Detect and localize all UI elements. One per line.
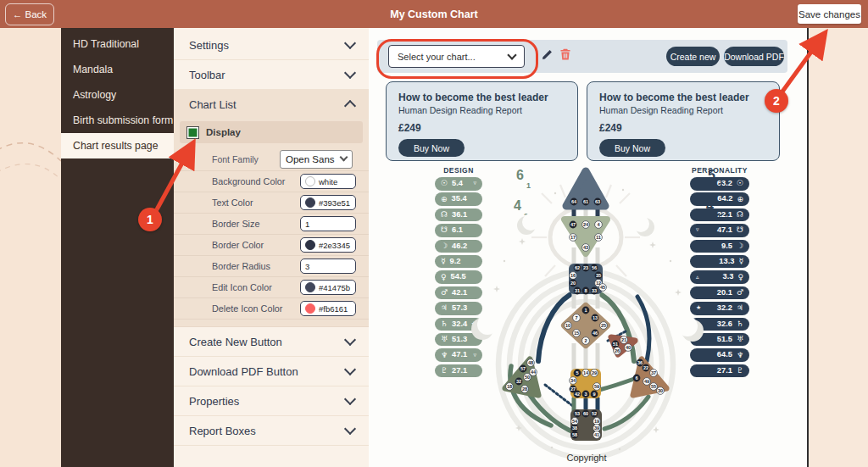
gate-number: 48 <box>528 360 533 365</box>
sidebar-item[interactable]: Birth submission form <box>61 108 174 133</box>
buy-now-button[interactable]: Buy Now <box>599 139 665 157</box>
color-swatch <box>305 303 315 314</box>
gate-number: 38 <box>572 425 577 431</box>
app-window: ← Back My Custom Chart Save changes HD T… <box>0 0 868 467</box>
display-label: Display <box>206 127 241 137</box>
gate-value: 32.6 <box>717 320 732 328</box>
gate-number: 47 <box>570 222 576 227</box>
field-input[interactable]: #2e3345 <box>300 237 356 253</box>
gate-value: 51.5 <box>717 336 732 343</box>
gate-value: 47.1 <box>452 351 467 359</box>
back-button[interactable]: ← Back <box>5 3 54 25</box>
field-value: #41475b <box>319 283 350 292</box>
buy-now-button[interactable]: Buy Now <box>398 139 465 157</box>
gate-number: 32 <box>516 379 521 384</box>
section-chart-list[interactable]: Chart List <box>174 90 369 120</box>
saturn-icon: ♄ <box>441 320 448 328</box>
field-input[interactable]: #393e51 <box>300 195 356 210</box>
gate-number: 61 <box>583 199 588 204</box>
gate-value: 20.1 <box>717 289 732 297</box>
delete-trash-icon[interactable] <box>559 47 572 61</box>
gate-number: 13 <box>593 315 598 320</box>
color-swatch <box>305 197 315 208</box>
gate-number: 59 <box>594 384 599 389</box>
field-row: Background Colorwhite <box>174 171 369 192</box>
south-node-icon: ☋ <box>441 226 448 234</box>
sidebar-item[interactable]: Astrology <box>61 82 174 108</box>
field-input[interactable]: 3 <box>300 259 356 274</box>
section-properties[interactable]: Properties <box>174 386 369 416</box>
field-value: white <box>319 177 337 186</box>
sun-icon: ☉ <box>737 180 743 187</box>
chart-select-dropdown[interactable]: Select your chart... <box>388 45 525 68</box>
gate-number: 56 <box>592 265 597 270</box>
field-row: Border Color#2e3345 <box>174 235 369 256</box>
field-label: Edit Icon Color <box>212 282 272 292</box>
gate-number: 3 <box>584 392 587 397</box>
gate-value: 27.1 <box>717 367 732 375</box>
gate-value: 27.1 <box>452 367 467 375</box>
gate-value: 54.5 <box>451 273 466 281</box>
gate-number: 6 <box>635 375 637 381</box>
gate-number: 63 <box>595 199 600 204</box>
gate-number: 22 <box>643 365 648 370</box>
section-create-new-button[interactable]: Create New Button <box>174 327 369 357</box>
color-swatch <box>305 176 315 186</box>
sidebar-item[interactable]: HD Traditional <box>61 31 174 57</box>
gate-number: 25 <box>601 323 606 328</box>
field-label: Border Size <box>212 219 259 229</box>
chart-list-section: Chart List Display Font Family Open Sans… <box>174 90 369 327</box>
gate-value: 6.1 <box>452 226 463 234</box>
gate-number: 30 <box>658 388 663 393</box>
field-label: Border Radius <box>212 261 270 271</box>
gate-number: 34 <box>570 378 576 383</box>
uranus-icon: ♅ <box>441 336 448 343</box>
gate-value: 5.4 <box>452 180 463 187</box>
field-input[interactable]: white <box>300 174 356 189</box>
section-label: Toolbar <box>189 69 225 81</box>
display-checkbox[interactable] <box>186 126 199 139</box>
sidebar-item[interactable]: Mandala <box>61 57 174 82</box>
gate-value: 51.3 <box>452 336 467 343</box>
section-label: Download PDF Button <box>189 365 298 378</box>
sun-icon: ☉ <box>441 180 448 187</box>
gate-number: 53 <box>575 411 580 416</box>
sidebar-item[interactable]: Chart results page <box>61 133 174 158</box>
chevron-down-icon <box>344 334 356 346</box>
gate-number: 14 <box>583 370 589 375</box>
gate-number: 29 <box>592 370 597 375</box>
profile-number: 5 <box>708 168 715 183</box>
south-node-icon: ☋ <box>737 226 743 234</box>
gate-number: 62 <box>575 265 580 270</box>
neptune-icon: ♆ <box>737 352 743 359</box>
field-input[interactable]: 1 <box>300 216 356 231</box>
section-label: Create New Button <box>189 336 282 348</box>
gate-number: 10 <box>565 323 570 328</box>
create-new-button[interactable]: Create new <box>666 47 720 66</box>
gate-number: 21 <box>621 337 626 342</box>
gate-number: 49 <box>644 379 649 384</box>
section-label: Properties <box>189 395 239 408</box>
gate-number: 31 <box>575 288 580 293</box>
chevron-down-icon <box>507 50 516 59</box>
gate-value: 64.5 <box>717 351 732 359</box>
gate-number: 52 <box>592 411 597 416</box>
gate-number: 28 <box>522 386 527 392</box>
download-pdf-button[interactable]: Download PDF <box>724 47 784 66</box>
gate-number: 37 <box>651 370 656 375</box>
field-value: 1 <box>305 220 309 229</box>
section-toolbar[interactable]: Toolbar <box>174 60 369 90</box>
section-settings[interactable]: Settings <box>174 31 369 60</box>
gate-number: 1 <box>584 308 587 313</box>
edit-pencil-icon[interactable] <box>541 47 554 61</box>
mercury-icon: ☿ <box>441 258 446 265</box>
font-family-select[interactable]: Open Sans <box>280 150 353 169</box>
section-report-boxes[interactable]: Report Boxes <box>174 416 369 446</box>
section-download-pdf-button[interactable]: Download PDF Button <box>174 357 369 386</box>
field-input[interactable]: #41475b <box>300 280 356 295</box>
save-changes-button[interactable]: Save changes <box>798 4 861 24</box>
field-input[interactable]: #fb6161 <box>300 301 356 316</box>
annotation-step-2: 2 <box>765 89 788 113</box>
right-margin-strip <box>807 28 868 467</box>
field-value: 3 <box>305 262 309 271</box>
